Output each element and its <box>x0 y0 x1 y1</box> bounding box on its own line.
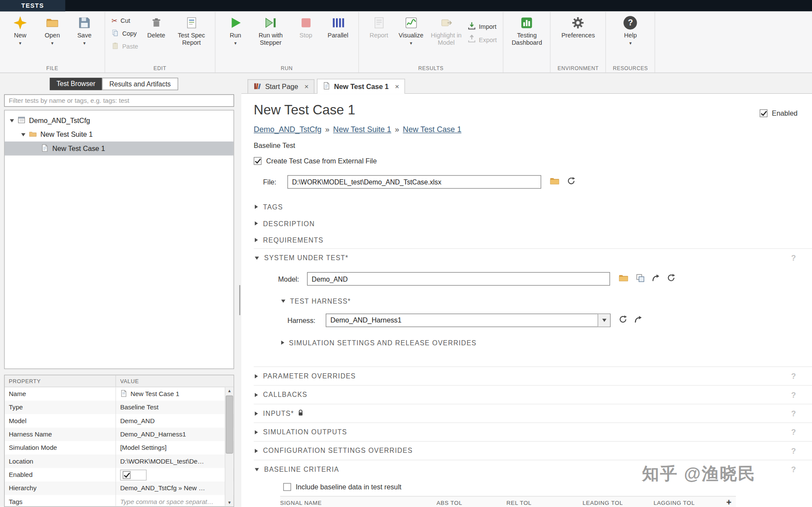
property-row: Simulation Mode [Model Settings] <box>5 441 234 455</box>
clipboard-stack: ✂ Cut Copy Paste <box>109 14 140 53</box>
preferences-button[interactable]: Preferences <box>559 13 597 39</box>
expander-down-icon[interactable] <box>21 133 25 136</box>
visualize-button[interactable]: Visualize ▾ <box>395 13 427 46</box>
refresh-icon[interactable] <box>619 315 627 326</box>
enabled-label: Enabled <box>772 109 798 117</box>
scroll-up-icon[interactable]: ▲ <box>225 387 233 395</box>
panel-splitter[interactable] <box>238 78 241 507</box>
help-question-icon[interactable]: ? <box>791 390 797 399</box>
help-question-icon[interactable]: ? <box>791 465 797 473</box>
new-button[interactable]: New ▾ <box>4 13 37 46</box>
use-current-model-icon[interactable] <box>636 273 644 284</box>
section-test-harness[interactable]: TEST HARNESS* <box>254 293 812 310</box>
tags-placeholder-text[interactable]: Type comma or space separat… <box>120 498 214 505</box>
section-requirements[interactable]: REQUIREMENTS <box>254 232 812 249</box>
delete-button[interactable]: Delete <box>140 13 172 39</box>
section-label: REQUIREMENTS <box>263 236 324 244</box>
cut-label: Cut <box>121 17 131 24</box>
test-type-label: Baseline Test <box>254 141 812 149</box>
jump-to-model-icon[interactable] <box>652 274 660 284</box>
tree-item-test-case[interactable]: New Test Case 1 <box>5 141 234 156</box>
run-button[interactable]: Run ▾ <box>220 13 252 46</box>
new-label: New <box>14 32 27 40</box>
include-baseline-checkbox[interactable] <box>283 483 291 491</box>
tab-tests[interactable]: TESTS <box>0 0 65 12</box>
enabled-checkbox[interactable] <box>760 109 768 117</box>
section-callbacks[interactable]: CALLBACKS ? <box>254 385 812 404</box>
help-question-icon[interactable]: ? <box>791 372 797 380</box>
browse-folder-icon[interactable] <box>549 176 560 187</box>
paste-button[interactable]: Paste <box>109 40 140 53</box>
add-signal-icon[interactable]: + <box>727 498 736 507</box>
delete-icon <box>150 15 162 31</box>
section-simulation-settings[interactable]: SIMULATION SETTINGS AND RELEASE OVERRIDE… <box>254 334 812 351</box>
section-system-under-test[interactable]: SYSTEM UNDER TEST* ? <box>254 248 812 267</box>
refresh-icon[interactable] <box>667 273 675 284</box>
section-inputs[interactable]: INPUTS* ? <box>254 404 812 422</box>
section-description[interactable]: DESCRIPTION <box>254 215 812 232</box>
create-from-external-checkbox[interactable] <box>254 157 262 165</box>
report-button[interactable]: Report <box>363 13 395 39</box>
property-value-text: Demo_AND_Harness1 <box>120 431 186 438</box>
help-button[interactable]: ? Help ▾ <box>614 13 647 46</box>
document-icon <box>120 390 128 398</box>
harness-combobox[interactable]: Demo_AND_Harness1 <box>326 313 611 327</box>
expander-down-icon[interactable] <box>10 119 14 122</box>
scroll-down-icon[interactable]: ▼ <box>225 499 233 507</box>
help-question-icon[interactable]: ? <box>791 446 797 455</box>
breadcrumb-link[interactable]: New Test Case 1 <box>403 125 461 133</box>
test-file-icon <box>18 116 25 125</box>
column-header-property: PROPERTY <box>5 378 116 384</box>
jump-to-harness-icon[interactable] <box>635 315 642 325</box>
help-question-icon[interactable]: ? <box>791 253 797 262</box>
enabled-cell <box>120 469 147 480</box>
section-parameter-overrides[interactable]: PARAMETER OVERRIDES ? <box>254 366 812 385</box>
section-simulation-outputs[interactable]: SIMULATION OUTPUTS ? <box>254 422 812 441</box>
tree-item-label: New Test Suite 1 <box>40 131 93 138</box>
filter-tests-input[interactable] <box>4 94 234 107</box>
property-value: Demo_AND_TstCfg » New … <box>116 482 234 495</box>
test-spec-report-button[interactable]: Test Spec Report <box>172 13 211 46</box>
refresh-icon[interactable] <box>567 177 575 187</box>
copy-button[interactable]: Copy <box>109 27 140 40</box>
testing-dashboard-button[interactable]: Testing Dashboard <box>508 13 546 46</box>
enabled-checkbox[interactable] <box>123 471 131 479</box>
property-value <box>116 468 234 481</box>
export-label: Export <box>479 36 497 43</box>
tab-results-and-artifacts[interactable]: Results and Artifacts <box>102 78 178 90</box>
tab-start-page[interactable]: Start Page × <box>247 79 314 93</box>
tree-item-test-file[interactable]: Demo_AND_TstCfg <box>5 114 234 128</box>
ribbon-toolbar: New ▾ Open ▾ Save ▾ FI <box>0 12 812 73</box>
save-button[interactable]: Save ▾ <box>68 13 101 46</box>
ribbon-spacer <box>655 12 812 73</box>
scrollbar-vertical[interactable]: ▲ ▼ <box>225 387 233 506</box>
import-button[interactable]: Import <box>465 20 499 33</box>
close-icon[interactable]: × <box>395 83 399 91</box>
open-button[interactable]: Open ▾ <box>36 13 68 46</box>
breadcrumb-link[interactable]: Demo_AND_TstCfg <box>254 125 322 133</box>
stop-button[interactable]: Stop <box>290 13 322 39</box>
ribbon-group-resources: ? Help ▾ RESOURCES <box>606 12 656 73</box>
run-with-stepper-button[interactable]: Run with Stepper <box>251 13 290 46</box>
help-question-icon[interactable]: ? <box>791 409 797 418</box>
scrollbar-thumb[interactable] <box>226 396 233 454</box>
export-button[interactable]: Export <box>465 33 499 46</box>
help-question-icon[interactable]: ? <box>791 427 797 436</box>
model-input[interactable] <box>307 272 610 286</box>
run-with-stepper-label: Run with Stepper <box>253 32 289 46</box>
tab-new-test-case[interactable]: New Test Case 1 × <box>317 79 405 94</box>
section-tags[interactable]: TAGS <box>254 199 812 215</box>
chevron-down-icon: ▾ <box>51 40 53 46</box>
highlight-in-model-button[interactable]: Highlight in Model <box>427 13 465 46</box>
browse-folder-icon[interactable] <box>618 273 629 284</box>
breadcrumb-link[interactable]: New Test Suite 1 <box>333 125 391 133</box>
parallel-button[interactable]: Parallel <box>322 13 354 39</box>
cut-button[interactable]: ✂ Cut <box>109 14 140 27</box>
tree-item-test-suite[interactable]: New Test Suite 1 <box>5 128 234 142</box>
dropdown-button[interactable] <box>598 314 610 326</box>
tab-test-browser[interactable]: Test Browser <box>50 78 102 90</box>
section-configuration-overrides[interactable]: CONFIGURATION SETTINGS OVERRIDES ? <box>254 441 812 460</box>
file-path-input[interactable] <box>287 175 541 188</box>
property-value-text: Demo_AND <box>120 417 155 424</box>
close-icon[interactable]: × <box>305 83 309 91</box>
